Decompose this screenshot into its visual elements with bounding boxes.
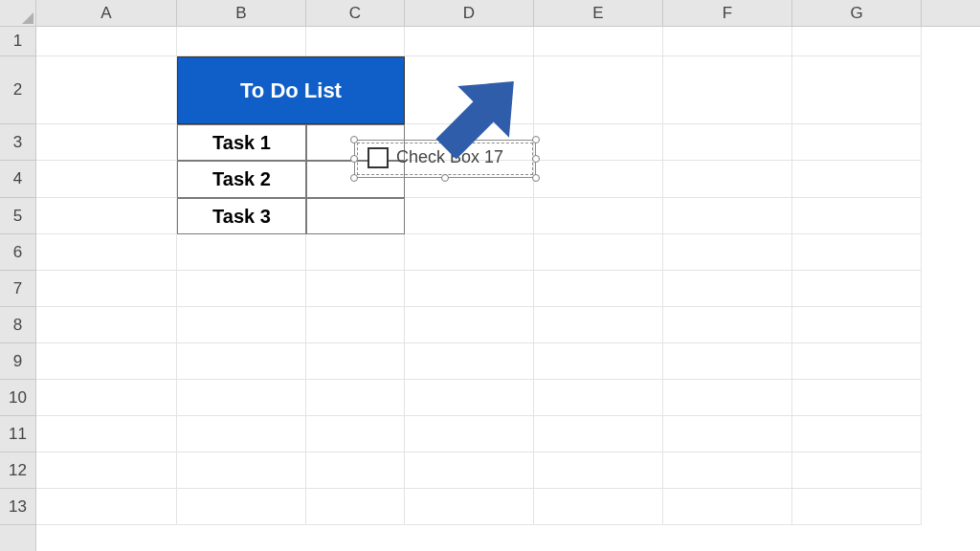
cell[interactable]: [405, 343, 534, 380]
task-cell-2[interactable]: Task 2: [177, 161, 306, 198]
cell[interactable]: [177, 27, 306, 56]
task-cell-1[interactable]: Task 1: [177, 124, 306, 161]
cell[interactable]: [405, 416, 534, 452]
row-header[interactable]: 7: [0, 271, 35, 307]
cell[interactable]: [792, 452, 922, 489]
cell[interactable]: [534, 234, 663, 271]
resize-handle-middle-left[interactable]: [350, 155, 358, 163]
cell[interactable]: [36, 161, 177, 198]
cell[interactable]: [36, 489, 177, 525]
cell[interactable]: [36, 343, 177, 380]
row-header[interactable]: 4: [0, 161, 35, 198]
cell[interactable]: [534, 452, 663, 489]
cell[interactable]: [792, 27, 922, 56]
cell[interactable]: [663, 161, 792, 198]
cell[interactable]: [792, 198, 922, 234]
row-header[interactable]: 5: [0, 198, 35, 234]
cell[interactable]: [405, 234, 534, 271]
cell[interactable]: [534, 489, 663, 525]
cell[interactable]: [663, 489, 792, 525]
cell[interactable]: [405, 489, 534, 525]
cell[interactable]: [534, 380, 663, 416]
todo-header-cell[interactable]: To Do List: [177, 56, 405, 124]
cell[interactable]: [663, 27, 792, 56]
cell[interactable]: [534, 271, 663, 307]
task-cell-3[interactable]: Task 3: [177, 198, 306, 234]
row-header[interactable]: 9: [0, 343, 35, 380]
cell[interactable]: [534, 343, 663, 380]
column-header[interactable]: F: [663, 0, 792, 26]
cell[interactable]: [405, 198, 534, 234]
cell[interactable]: [36, 307, 177, 343]
cell[interactable]: [36, 124, 177, 161]
cell[interactable]: [663, 56, 792, 124]
cell[interactable]: [177, 343, 306, 380]
column-header[interactable]: B: [177, 0, 306, 26]
column-header[interactable]: A: [36, 0, 177, 26]
cell[interactable]: [177, 452, 306, 489]
cell[interactable]: [534, 124, 663, 161]
cell[interactable]: [405, 271, 534, 307]
cell[interactable]: [36, 56, 177, 124]
cell[interactable]: [792, 380, 922, 416]
cell[interactable]: [177, 380, 306, 416]
cell[interactable]: [306, 271, 405, 307]
cell[interactable]: [663, 343, 792, 380]
cell[interactable]: [36, 452, 177, 489]
cell[interactable]: [534, 307, 663, 343]
cell[interactable]: [405, 380, 534, 416]
cell[interactable]: [405, 307, 534, 343]
row-header[interactable]: 2: [0, 56, 35, 124]
cell[interactable]: [306, 380, 405, 416]
cell[interactable]: [405, 27, 534, 56]
cell[interactable]: [306, 307, 405, 343]
cell[interactable]: [306, 489, 405, 525]
cell[interactable]: [177, 234, 306, 271]
cell[interactable]: [663, 234, 792, 271]
cell[interactable]: [663, 452, 792, 489]
cell[interactable]: [792, 343, 922, 380]
row-header[interactable]: 6: [0, 234, 35, 271]
cell[interactable]: [534, 27, 663, 56]
cell[interactable]: [663, 124, 792, 161]
cell[interactable]: [663, 307, 792, 343]
cell[interactable]: [177, 271, 306, 307]
cell[interactable]: [36, 380, 177, 416]
cell[interactable]: [792, 234, 922, 271]
select-all-corner[interactable]: [0, 0, 36, 27]
cell[interactable]: [663, 380, 792, 416]
cell[interactable]: [36, 27, 177, 56]
row-header[interactable]: 11: [0, 416, 35, 452]
cell[interactable]: [306, 416, 405, 452]
resize-handle-top-left[interactable]: [350, 136, 358, 143]
cell[interactable]: [792, 416, 922, 452]
cell[interactable]: [792, 489, 922, 525]
row-header[interactable]: 12: [0, 452, 35, 489]
cell[interactable]: [405, 452, 534, 489]
cell[interactable]: [36, 198, 177, 234]
column-header[interactable]: E: [534, 0, 663, 26]
row-header[interactable]: 10: [0, 380, 35, 416]
task-checkbox-cell-3[interactable]: [306, 198, 405, 234]
cell[interactable]: [534, 56, 663, 124]
cell[interactable]: [792, 56, 922, 124]
resize-handle-bottom-left[interactable]: [350, 174, 358, 182]
cell[interactable]: [306, 27, 405, 56]
cell[interactable]: [177, 307, 306, 343]
cell[interactable]: [534, 198, 663, 234]
cell[interactable]: [36, 416, 177, 452]
cell[interactable]: [792, 161, 922, 198]
cell[interactable]: [792, 307, 922, 343]
column-header[interactable]: D: [405, 0, 534, 26]
row-header[interactable]: 3: [0, 124, 35, 161]
row-header[interactable]: 13: [0, 489, 35, 525]
cell[interactable]: [792, 271, 922, 307]
cell[interactable]: [534, 161, 663, 198]
checkbox-box[interactable]: [368, 147, 389, 168]
cell[interactable]: [663, 416, 792, 452]
cell[interactable]: [663, 271, 792, 307]
cell[interactable]: [36, 271, 177, 307]
cell[interactable]: [36, 234, 177, 271]
cell[interactable]: [306, 452, 405, 489]
cell[interactable]: [306, 343, 405, 380]
